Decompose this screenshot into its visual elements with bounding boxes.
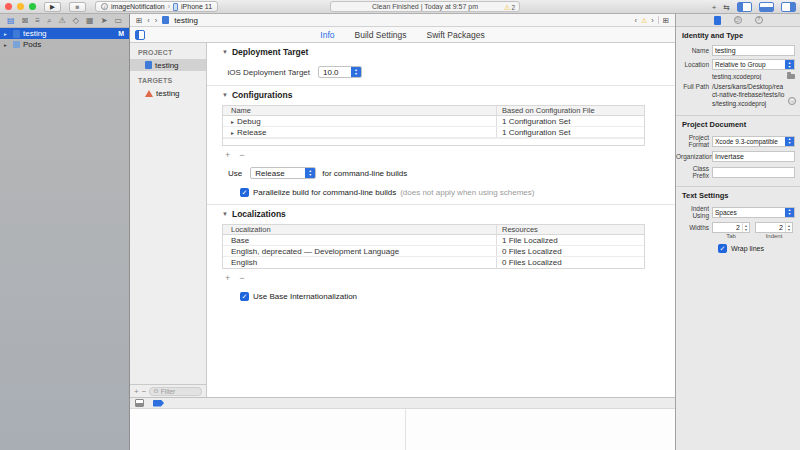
activity-status[interactable]: Clean Finished | Today at 9:57 pm ⚠ 2 <box>330 1 520 12</box>
parallelize-build-checkbox[interactable]: ✓ <box>240 188 249 197</box>
remove-configuration-icon[interactable]: − <box>239 151 244 160</box>
file-inspector-icon[interactable] <box>714 16 721 25</box>
project-file-icon <box>145 61 152 69</box>
popup-value: Xcode 9.3-compatible <box>713 137 785 146</box>
toggle-debug-area-button[interactable] <box>759 2 774 12</box>
breakpoint-activation-icon[interactable] <box>153 400 164 407</box>
filter-input[interactable]: ⊙ Filter <box>149 387 202 396</box>
indent-using-popup[interactable]: Spaces ▴ ▾ <box>712 207 795 218</box>
stepper-arrows-icon[interactable]: ▲ ▼ <box>742 223 749 232</box>
tab-swift-packages[interactable]: Swift Packages <box>427 30 485 40</box>
remove-target-icon[interactable]: − <box>142 387 147 396</box>
close-window-button[interactable] <box>5 3 12 10</box>
debug-pane-divider[interactable] <box>405 409 406 450</box>
history-inspector-icon[interactable]: ◷ <box>734 16 742 24</box>
location-popup[interactable]: Relative to Group ▴ ▾ <box>712 59 795 70</box>
related-items-icon[interactable]: ⊞ <box>136 16 142 25</box>
disclosure-icon[interactable]: ▸ <box>4 42 10 48</box>
editor-layout-icon[interactable]: ⇆ <box>723 3 730 12</box>
toggle-inspector-button[interactable] <box>781 2 796 12</box>
scheme-device[interactable]: iPhone 11 <box>181 3 212 10</box>
test-navigator-icon[interactable]: ◇ <box>73 17 79 25</box>
breakpoint-navigator-icon[interactable]: ➤ <box>101 17 108 25</box>
disclosure-icon[interactable]: ▼ <box>222 211 228 217</box>
symbol-navigator-icon[interactable]: ≡ <box>35 17 40 25</box>
sidebar-item-target-testing[interactable]: testing <box>130 87 206 99</box>
navigator-item-testing[interactable]: ▸ testing M <box>0 28 129 39</box>
navigator-split-divider[interactable] <box>129 14 130 450</box>
related-items-icon[interactable]: ⊞ <box>663 16 669 25</box>
find-navigator-icon[interactable]: ⌕ <box>47 17 51 25</box>
project-navigator-icon[interactable]: ▤ <box>7 17 15 25</box>
sidebar-item-project-testing[interactable]: testing <box>130 59 206 71</box>
add-configuration-icon[interactable]: + <box>225 151 230 160</box>
library-add-icon[interactable]: + <box>712 3 717 12</box>
disclosure-icon[interactable]: ▸ <box>231 118 234 125</box>
next-issue-icon[interactable]: › <box>651 16 654 25</box>
navigator-item-label: testing <box>23 29 47 38</box>
inspector-split-divider[interactable] <box>675 14 676 450</box>
class-prefix-field[interactable] <box>712 167 795 178</box>
stop-button[interactable]: ■ <box>69 2 86 12</box>
previous-issue-icon[interactable]: ‹ <box>634 16 637 25</box>
stepper-arrows-icon[interactable]: ▲ ▼ <box>785 223 792 232</box>
configuration-based-on: 1 Configuration Set <box>497 117 644 126</box>
disclosure-icon[interactable]: ▸ <box>4 31 10 37</box>
hide-debug-area-icon[interactable] <box>135 399 144 407</box>
sidebar-toggle-icon[interactable] <box>135 30 145 40</box>
tab-width-stepper[interactable]: 2 ▲ ▼ <box>712 222 750 233</box>
warning-badge[interactable]: ⚠ 2 <box>504 2 515 13</box>
ios-deployment-target-popup[interactable]: 10.0 ▴ ▾ <box>318 66 362 78</box>
wrap-lines-checkbox[interactable]: ✓ <box>718 244 727 253</box>
name-field[interactable]: testing <box>712 45 795 56</box>
wrap-lines-row: ✓ Wrap lines <box>718 244 800 253</box>
choose-location-folder-icon[interactable] <box>787 74 795 79</box>
toggle-navigator-button[interactable] <box>737 2 752 12</box>
remove-localization-icon[interactable]: − <box>239 274 244 283</box>
project-format-popup[interactable]: Xcode 9.3-compatible ▴ ▾ <box>712 136 795 147</box>
forward-icon[interactable]: › <box>155 16 158 25</box>
base-internationalization-checkbox[interactable]: ✓ <box>240 292 249 301</box>
navigator-item-pods[interactable]: ▸ Pods <box>0 39 129 50</box>
command-line-configuration-popup[interactable]: Release ▴ ▾ <box>250 167 316 179</box>
issue-navigator-icon[interactable]: ⚠ <box>59 17 66 25</box>
ios-deployment-target-label: iOS Deployment Target <box>222 68 310 77</box>
file-reference-name: testing.xcodeproj <box>712 73 787 80</box>
table-row[interactable]: ▸ Debug 1 Configuration Set <box>223 116 644 127</box>
disclosure-icon[interactable]: ▼ <box>222 49 228 55</box>
tab-info[interactable]: Info <box>320 30 334 40</box>
scheme-extension-icon: i <box>101 3 108 10</box>
scheme-name[interactable]: imageNotification <box>111 3 165 10</box>
minimize-window-button[interactable] <box>17 3 24 10</box>
stepper-down-icon[interactable]: ▼ <box>787 228 790 232</box>
table-row[interactable]: English, deprecated — Development Langua… <box>223 246 644 257</box>
stepper-down-icon[interactable]: ▼ <box>744 228 747 232</box>
section-deployment-target: ▼ Deployment Target <box>207 43 675 57</box>
indent-width-stepper[interactable]: 2 ▲ ▼ <box>755 222 793 233</box>
disclosure-icon[interactable]: ▼ <box>222 92 228 98</box>
wrap-lines-label: Wrap lines <box>731 245 764 252</box>
indent-using-label: Indent Using <box>676 205 709 219</box>
table-row[interactable]: ▸ Release 1 Configuration Set <box>223 127 644 138</box>
add-localization-icon[interactable]: + <box>225 274 230 283</box>
jump-bar-file[interactable]: testing <box>174 16 198 25</box>
disclosure-icon[interactable]: ▸ <box>231 129 234 136</box>
zoom-window-button[interactable] <box>29 3 36 10</box>
organization-field[interactable]: Invertase <box>712 151 795 162</box>
tab-build-settings[interactable]: Build Settings <box>355 30 407 40</box>
source-control-navigator-icon[interactable]: ⊠ <box>22 17 29 25</box>
quick-help-inspector-icon[interactable]: ? <box>755 16 763 24</box>
popup-arrows-icon: ▴ ▾ <box>351 67 361 77</box>
debug-navigator-icon[interactable]: ▦ <box>86 17 94 25</box>
report-navigator-icon[interactable]: ▭ <box>114 17 122 25</box>
scheme-selector[interactable]: i imageNotification › iPhone 11 <box>95 1 218 12</box>
back-icon[interactable]: ‹ <box>147 16 150 25</box>
column-header-localization: Localization <box>223 225 497 234</box>
add-target-icon[interactable]: + <box>134 387 139 396</box>
table-row[interactable]: Base 1 File Localized <box>223 235 644 246</box>
project-editor: PROJECT testing TARGETS testing + − ⊙ Fi… <box>130 43 675 397</box>
check-icon: ✓ <box>242 189 248 196</box>
run-button[interactable]: ▶ <box>44 2 61 12</box>
reveal-in-finder-icon[interactable]: → <box>788 97 796 105</box>
table-row[interactable]: English 0 Files Localized <box>223 257 644 268</box>
